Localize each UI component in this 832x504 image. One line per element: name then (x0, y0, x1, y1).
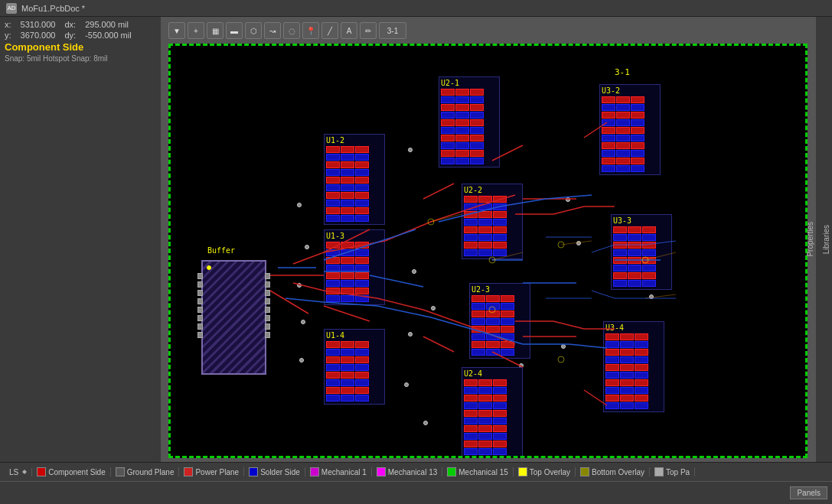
text-tool-btn[interactable]: A (341, 22, 357, 39)
y-value: 3670.000 (21, 31, 56, 40)
u2-1-label: U2-1 (441, 79, 498, 87)
info-panel: x: 5310.000 dx: 295.000 mil y: 3670.000 … (0, 17, 161, 462)
pcb-canvas-area[interactable]: ▼ + ▦ ▬ ⬡ ↝ ◌ 📍 ╱ A ✏ 3-1 (161, 17, 815, 462)
arrow-down-icon[interactable] (22, 472, 27, 474)
u1-2-component: U1-2 (324, 134, 385, 225)
power-plane-color (184, 467, 193, 476)
u3-2-component: U3-2 (599, 84, 661, 175)
mechanical13-layer-item[interactable]: Mechanical 13 (372, 467, 442, 476)
active-layer-name: Component Side (5, 41, 156, 53)
u3-4-label: U3-4 (605, 324, 662, 332)
svg-line-5 (423, 337, 454, 352)
component-side-label: Component Side (48, 468, 106, 476)
u1-4-component: U1-4 (324, 329, 385, 405)
mechanical15-label: Mechanical 15 (458, 468, 507, 476)
x-label: x: (5, 20, 11, 29)
arc-tool-btn[interactable]: ◌ (283, 22, 300, 39)
top-pa-layer-item[interactable]: Top Pa (650, 467, 695, 476)
via-2 (305, 245, 309, 249)
power-plane-layer-item[interactable]: Power Plane (179, 467, 244, 476)
pin-tool-btn[interactable]: 📍 (302, 22, 319, 39)
u2-2-label: U2-2 (464, 186, 520, 194)
main-layout: x: 5310.000 dx: 295.000 mil y: 3670.000 … (0, 17, 832, 462)
app-icon: AD (6, 3, 17, 14)
top-overlay-label: Top Overlay (530, 468, 570, 476)
power-plane-label: Power Plane (195, 468, 239, 476)
title-text: MoFu1.PcbDoc * (21, 4, 85, 13)
add-tool-btn[interactable]: + (188, 22, 204, 39)
layer-arrows[interactable] (22, 470, 27, 474)
u1-3-label: U1-3 (326, 232, 383, 240)
filter-tool-btn[interactable]: ▼ (168, 22, 185, 39)
buffer-ic (201, 260, 266, 375)
svg-point-26 (558, 242, 564, 248)
bottom-overlay-color (580, 467, 589, 476)
top-overlay-layer-item[interactable]: Top Overlay (514, 467, 576, 476)
place-tool-btn[interactable]: ▦ (207, 22, 223, 39)
snap-info: Snap: 5mil Hotspot Snap: 8mil (5, 54, 156, 63)
solder-side-color (249, 467, 258, 476)
ground-plane-layer-item[interactable]: Ground Plane (111, 467, 180, 476)
mechanical1-layer-item[interactable]: Mechanical 1 (305, 467, 372, 476)
status-bar: LS Component Side Ground Plane Power Pla… (0, 462, 832, 481)
layer-selector-label: LS (9, 468, 18, 476)
solder-side-layer-item[interactable]: Solder Side (244, 467, 305, 476)
via-9 (423, 421, 428, 425)
dy-value: -550.000 mil (85, 31, 132, 40)
component-tool-btn[interactable]: ⬡ (245, 22, 262, 39)
toolbar: ▼ + ▦ ▬ ⬡ ↝ ◌ 📍 ╱ A ✏ 3-1 (168, 21, 808, 41)
u2-3-label: U2-3 (471, 285, 528, 294)
u1-4-label: U1-4 (326, 331, 383, 340)
svg-point-27 (558, 356, 564, 363)
svg-line-29 (431, 214, 462, 222)
bottom-overlay-layer-item[interactable]: Bottom Overlay (576, 467, 650, 476)
pcb-board[interactable]: Buffer U1-2 (168, 44, 808, 458)
line-tool-btn[interactable]: ╱ (321, 22, 338, 39)
u3-3-label: U3-3 (613, 216, 670, 225)
connect-tool-btn[interactable]: ↝ (264, 22, 281, 39)
u2-4-component: U2-4 (462, 367, 523, 456)
u2-1-component: U2-1 (439, 76, 500, 167)
properties-tab[interactable]: Properties (804, 219, 816, 260)
component-side-color (37, 467, 46, 476)
panels-button[interactable]: Panels (790, 486, 827, 499)
u1-3-component: U1-3 (324, 229, 385, 305)
svg-line-4 (423, 184, 454, 199)
via-15 (561, 344, 566, 349)
dx-value: 295.000 mil (85, 20, 129, 29)
pencil-tool-btn[interactable]: ✏ (360, 22, 377, 39)
mechanical1-color (310, 467, 319, 476)
coordinates: x: 5310.000 dx: 295.000 mil (5, 20, 156, 29)
bar-chart-tool-btn[interactable]: ▬ (226, 22, 243, 39)
svg-line-1 (270, 291, 308, 314)
title-bar: AD MoFu1.PcbDoc * (0, 0, 832, 17)
x-value: 5310.000 (21, 20, 56, 29)
buffer-label: Buffer (207, 246, 235, 255)
via-3 (297, 283, 302, 288)
u2-3-component: U2-3 (469, 283, 530, 359)
dx-label: dx: (64, 20, 76, 29)
u1-2-label: U1-2 (326, 136, 383, 145)
dy-label: dy: (64, 31, 76, 40)
via-10 (408, 148, 413, 152)
mechanical13-color (377, 467, 386, 476)
via-19 (649, 294, 654, 299)
u2-2-component: U2-2 (462, 184, 523, 259)
via-8 (404, 382, 409, 387)
component-side-layer-item[interactable]: Component Side (32, 467, 111, 476)
mechanical15-layer-item[interactable]: Mechanical 15 (442, 467, 513, 476)
bottom-overlay-label: Bottom Overlay (592, 468, 644, 476)
top-pa-color (654, 467, 664, 476)
u2-4-label: U2-4 (464, 369, 520, 378)
layer-selector[interactable]: LS (5, 468, 32, 476)
via-11 (431, 306, 436, 311)
u3-1-label: 3-1 (615, 67, 630, 77)
u3-4-component: U3-4 (603, 321, 664, 412)
mechanical15-color (447, 467, 456, 476)
dim-tool-btn[interactable]: 3-1 (379, 22, 406, 39)
y-coordinates: y: 3670.000 dy: -550.000 mil (5, 31, 156, 40)
svg-line-3 (324, 306, 370, 321)
mechanical1-label: Mechanical 1 (321, 468, 367, 476)
u3-2-label: U3-2 (602, 86, 658, 95)
libraries-tab[interactable]: Libraries (821, 222, 832, 257)
